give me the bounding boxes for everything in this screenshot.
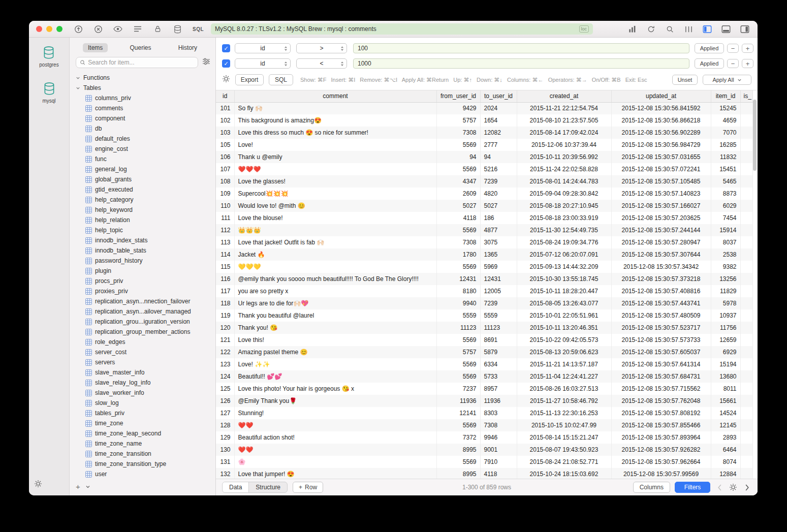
pagination-gear-icon[interactable]	[729, 483, 738, 492]
table-item[interactable]: help_category	[76, 195, 215, 205]
cell-id[interactable]: 128	[216, 419, 234, 431]
cell-comment[interactable]: 🌸	[234, 456, 436, 468]
cell-is[interactable]	[740, 456, 752, 468]
cell-comment[interactable]: Jacket 🔥	[234, 248, 436, 261]
cell-updated-at[interactable]: 2015-12-08 15:30:57.280947	[611, 236, 711, 248]
cell-item-id[interactable]: 2893	[711, 431, 740, 444]
table-row[interactable]: 128 ❤️❤️ 5569 7308 2015-10-15 10:02:47.9…	[216, 419, 752, 431]
cell-created-at[interactable]: 2015-11-21 22:12:54.754	[517, 102, 611, 114]
tab-queries[interactable]: Queries	[124, 43, 156, 52]
cell-comment[interactable]: Love!	[234, 139, 436, 151]
structure-tab-button[interactable]: Structure	[249, 482, 287, 492]
cell-created-at[interactable]: 2015-09-13 14:44:32.209	[517, 261, 611, 273]
cell-item-id[interactable]: 8037	[711, 236, 740, 248]
table-item[interactable]: user	[76, 469, 215, 479]
table-row[interactable]: 118 Ur legs are to die for🙌🏻💖 9940 7239 …	[216, 297, 752, 309]
cell-created-at[interactable]: 2015-11-21 14:13:57.187	[517, 358, 611, 370]
table-row[interactable]: 131 🌸 5569 7910 2015-08-24 21:08:52.771 …	[216, 456, 752, 468]
item-search-box[interactable]	[76, 57, 198, 68]
cell-is[interactable]	[740, 200, 752, 212]
next-page-icon[interactable]	[742, 483, 751, 492]
cell-from-user-id[interactable]: 5757	[436, 114, 480, 127]
cell-id[interactable]: 120	[216, 322, 234, 334]
filter-value-input[interactable]	[353, 43, 689, 53]
cell-updated-at[interactable]: 2015-12-08 15:30:57.715562	[611, 383, 711, 395]
table-row[interactable]: 130 ❤️❤️ 8995 9001 2015-08-07 19:43:50.9…	[216, 444, 752, 456]
cell-item-id[interactable]: 8074	[711, 456, 740, 468]
cell-id[interactable]: 129	[216, 431, 234, 444]
toggle-right-panel-icon[interactable]	[740, 24, 749, 34]
cell-from-user-id[interactable]: 5569	[436, 334, 480, 346]
cell-item-id[interactable]: 15661	[711, 395, 740, 407]
columns-button[interactable]: Columns	[633, 482, 670, 493]
search-icon[interactable]	[665, 24, 674, 34]
cell-to-user-id[interactable]: 4118	[480, 468, 517, 479]
table-row[interactable]: 105 Love! 5569 2777 2015-12-06 10:37:39.…	[216, 139, 752, 151]
cell-item-id[interactable]: 7070	[711, 127, 740, 139]
database-icon[interactable]	[173, 24, 182, 34]
cell-created-at[interactable]: 2015-10-22 09:42:05.573	[517, 334, 611, 346]
cell-id[interactable]: 105	[216, 139, 234, 151]
cell-updated-at[interactable]: 2015-12-08 15:30:57.105485	[611, 175, 711, 187]
cell-to-user-id[interactable]: 11936	[480, 395, 517, 407]
cell-item-id[interactable]: 8011	[711, 383, 740, 395]
cell-item-id[interactable]: 12659	[711, 334, 740, 346]
cell-comment[interactable]: Supercool💥💥💥	[234, 187, 436, 200]
cell-created-at[interactable]: 2015-08-18 23:00:33.919	[517, 212, 611, 224]
table-item[interactable]: time_zone	[76, 418, 215, 428]
cell-to-user-id[interactable]: 1654	[480, 114, 517, 127]
cell-item-id[interactable]: 13680	[711, 370, 740, 383]
disconnect-icon[interactable]	[93, 24, 103, 34]
table-item[interactable]: servers	[76, 357, 215, 367]
cell-to-user-id[interactable]: 2777	[480, 139, 517, 151]
cell-from-user-id[interactable]: 9940	[436, 297, 480, 309]
cell-to-user-id[interactable]: 8957	[480, 383, 517, 395]
table-item[interactable]: replication_asyn...nnection_failover	[76, 296, 215, 306]
cell-created-at[interactable]: 2015-12-06 10:37:39.44	[517, 139, 611, 151]
cell-to-user-id[interactable]: 5969	[480, 261, 517, 273]
cell-item-id[interactable]: 4659	[711, 114, 740, 127]
table-row[interactable]: 124 Beautiful!! 💕💕 5569 5733 2015-11-04 …	[216, 370, 752, 383]
cell-id[interactable]: 108	[216, 175, 234, 187]
close-window-button[interactable]	[36, 26, 42, 32]
column-header-created-at[interactable]: created_at	[517, 90, 611, 102]
cell-is[interactable]	[740, 236, 752, 248]
cell-is[interactable]	[740, 358, 752, 370]
prev-page-icon[interactable]	[715, 483, 724, 492]
cell-comment[interactable]: Beautiful action shot!	[234, 431, 436, 444]
cell-is[interactable]	[740, 273, 752, 285]
cell-item-id[interactable]: 11829	[711, 285, 740, 297]
cell-updated-at[interactable]: 2015-12-08 15:30:57.893964	[611, 431, 711, 444]
table-row[interactable]: 106 Thank u @emily 94 94 2015-10-11 20:3…	[216, 151, 752, 163]
cell-created-at[interactable]: 2015-09-04 09:28:30.842	[517, 187, 611, 200]
cell-comment[interactable]: Love this photo! Your hair is gorgeous 😘…	[234, 383, 436, 395]
cell-item-id[interactable]: 11832	[711, 151, 740, 163]
cell-id[interactable]: 122	[216, 346, 234, 358]
cell-item-id[interactable]: 15194	[711, 358, 740, 370]
add-item-chevron-icon[interactable]	[85, 484, 90, 489]
cell-updated-at[interactable]: 2015-12-08 15:30:56.866218	[611, 114, 711, 127]
cell-updated-at[interactable]: 2015-12-08 15:30:57.762048	[611, 395, 711, 407]
cell-to-user-id[interactable]: 9001	[480, 444, 517, 456]
cell-item-id[interactable]: 12145	[711, 419, 740, 431]
cell-comment[interactable]: 👑👑👑	[234, 224, 436, 236]
table-item[interactable]: role_edges	[76, 337, 215, 347]
cell-created-at[interactable]: 2015-08-14 15:15:21.247	[517, 431, 611, 444]
cell-created-at[interactable]: 2015-08-24 21:08:52.771	[517, 456, 611, 468]
cell-item-id[interactable]: 5978	[711, 297, 740, 309]
cell-id[interactable]: 110	[216, 200, 234, 212]
table-row[interactable]: 109 Supercool💥💥💥 2609 4820 2015-09-04 09…	[216, 187, 752, 200]
cell-item-id[interactable]: 12884	[711, 468, 740, 479]
cell-updated-at[interactable]: 2015-12-08 15:30:57.641314	[611, 358, 711, 370]
cell-is[interactable]	[740, 322, 752, 334]
cell-comment[interactable]: Amazing pastel theme 😊	[234, 346, 436, 358]
cell-created-at[interactable]: 2015-11-27 10:58:46.792	[517, 395, 611, 407]
cell-comment[interactable]: This background is amazing😍	[234, 114, 436, 127]
cell-created-at[interactable]: 2015-08-18 20:27:10.945	[517, 200, 611, 212]
cell-id[interactable]: 107	[216, 163, 234, 175]
filter-enabled-checkbox[interactable]: ✓	[222, 44, 230, 52]
cell-created-at[interactable]: 2015-10-24 18:15:03.692	[517, 468, 611, 479]
table-item[interactable]: slow_log	[76, 398, 215, 408]
filter-operator-select[interactable]: <	[296, 58, 347, 69]
chart-icon[interactable]	[627, 24, 637, 34]
